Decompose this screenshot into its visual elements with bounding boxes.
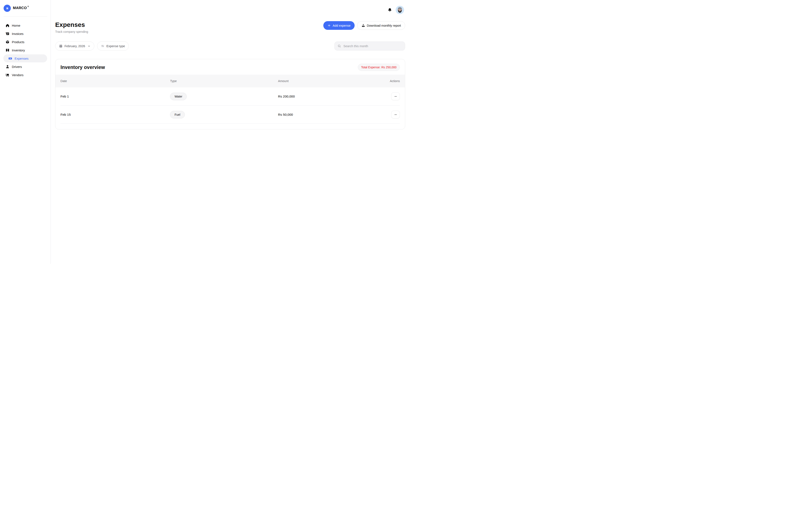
sidebar: MARCO ® Home $ Invoices [0,0,51,264]
download-monthly-report-button[interactable]: Download monthly report [357,21,405,30]
column-header-actions: Actions [380,79,400,83]
app-root: MARCO ® Home $ Invoices [0,0,406,264]
download-monthly-report-label: Download monthly report [367,24,401,27]
sidebar-item-invoices[interactable]: $ Invoices [3,30,47,38]
filters-row: February, 2026 Expense type [55,41,405,51]
vendor-cart-icon [5,73,10,77]
row-actions-button[interactable] [391,92,400,100]
plus-icon [327,24,331,27]
ellipsis-icon [394,95,397,98]
row-amount: Rs 50,000 [278,113,380,117]
brand-registered-mark: ® [28,6,29,8]
package-icon [5,40,10,44]
sliders-icon [101,44,104,48]
driver-icon [5,65,10,69]
page-subtitle: Track company spending [55,30,88,33]
invoices-icon: $ [5,32,10,36]
sidebar-item-vendors[interactable]: Vendors [3,71,47,79]
add-expense-label: Add expense [333,24,351,27]
banknote-icon [8,56,12,60]
sidebar-nav: Home $ Invoices Products [3,22,47,79]
column-header-type: Type [170,79,278,83]
sidebar-item-label: Expenses [15,57,29,60]
home-icon [5,24,10,28]
download-icon [361,24,365,28]
expense-type-filter[interactable]: Expense type [97,41,129,51]
row-actions-cell [391,92,400,100]
card-footer-spacer [60,124,400,129]
sidebar-item-label: Home [12,24,20,27]
notifications-button[interactable] [388,8,392,12]
calendar-icon [59,44,62,48]
inventory-icon [5,48,10,52]
expenses-table-card: Inventory overview Total Expense: Rs 250… [55,59,405,129]
month-filter-dropdown[interactable]: February, 2026 [55,41,94,51]
expense-type-filter-label: Expense type [106,44,125,48]
page-header: Expenses Track company spending Add expe… [55,21,405,33]
brand-logo-icon [4,5,11,12]
card-title: Inventory overview [60,65,105,70]
total-expense-badge: Total Expense: Rs 250,000 [358,64,400,71]
sidebar-item-label: Inventory [12,48,25,52]
row-amount: Rs 200,000 [278,95,380,98]
search-box [334,41,405,51]
ellipsis-icon [394,113,397,116]
column-header-date: Date [60,79,170,83]
topbar [55,0,405,14]
brand-logo[interactable]: MARCO ® [3,5,47,12]
row-actions-cell [391,111,400,118]
user-avatar[interactable] [396,6,404,14]
expense-type-chip: Water [170,92,187,100]
table-body: Feb 1 Water Rs 200,000 Feb 15 Fuel R [55,87,405,129]
avatar-image [396,6,404,14]
brand-text: MARCO ® [13,6,29,10]
sidebar-item-products[interactable]: Products [3,38,47,46]
sidebar-item-inventory[interactable]: Inventory [3,46,47,54]
svg-text:$: $ [6,32,6,34]
table-row: Feb 1 Water Rs 200,000 [60,87,400,105]
header-actions: Add expense Download monthly report [323,21,405,30]
sidebar-item-label: Products [12,40,24,44]
search-input[interactable] [343,44,402,48]
row-date: Feb 1 [60,95,170,98]
page-title: Expenses [55,21,88,28]
card-header: Inventory overview Total Expense: Rs 250… [55,59,405,75]
expense-type-chip: Fuel [170,111,185,118]
sidebar-item-drivers[interactable]: Drivers [3,62,47,71]
brand-name: MARCO [13,6,27,10]
sidebar-item-label: Invoices [12,32,24,35]
row-actions-button[interactable] [391,111,400,118]
page-title-block: Expenses Track company spending [55,21,88,33]
sidebar-item-home[interactable]: Home [3,22,47,29]
sidebar-item-label: Drivers [12,65,22,69]
sidebar-item-label: Vendors [12,73,24,77]
filters-left: February, 2026 Expense type [55,41,129,51]
bell-icon [388,8,392,12]
search-icon [337,44,341,48]
sidebar-item-expenses[interactable]: Expenses [3,54,47,62]
month-filter-value: February, 2026 [64,44,85,48]
chevron-down-icon [88,45,90,47]
row-date: Feb 15 [60,113,170,117]
table-row: Feb 15 Fuel Rs 50,000 [60,105,400,124]
add-expense-button[interactable]: Add expense [323,21,354,30]
column-header-amount: Amount [278,79,380,83]
main-content: Expenses Track company spending Add expe… [51,0,406,264]
table-header-row: Date Type Amount Actions [55,75,405,87]
